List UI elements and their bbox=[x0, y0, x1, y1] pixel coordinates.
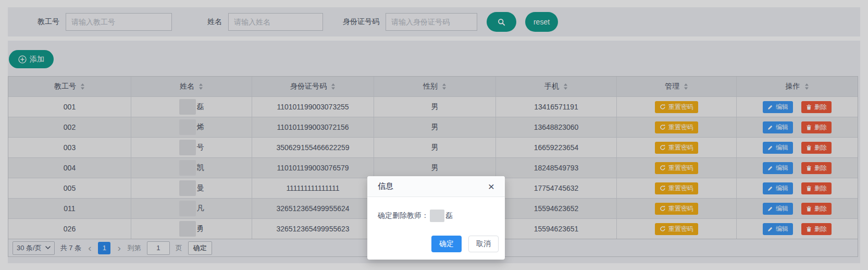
modal-message-prefix: 确定删除教师： bbox=[378, 211, 429, 220]
teacher-name-visible-char: 磊 bbox=[445, 211, 453, 220]
modal-footer: 确定 取消 bbox=[367, 230, 505, 260]
modal-header: 信息 × bbox=[367, 176, 505, 197]
censored-name-block bbox=[430, 210, 444, 222]
modal-message: 确定删除教师： 磊 bbox=[367, 197, 505, 230]
modal-confirm-button[interactable]: 确定 bbox=[431, 236, 462, 252]
modal-cancel-button[interactable]: 取消 bbox=[468, 236, 499, 252]
delete-confirm-modal: 信息 × 确定删除教师： 磊 确定 取消 bbox=[367, 176, 505, 260]
close-icon[interactable]: × bbox=[488, 181, 494, 192]
modal-title: 信息 bbox=[378, 181, 393, 191]
